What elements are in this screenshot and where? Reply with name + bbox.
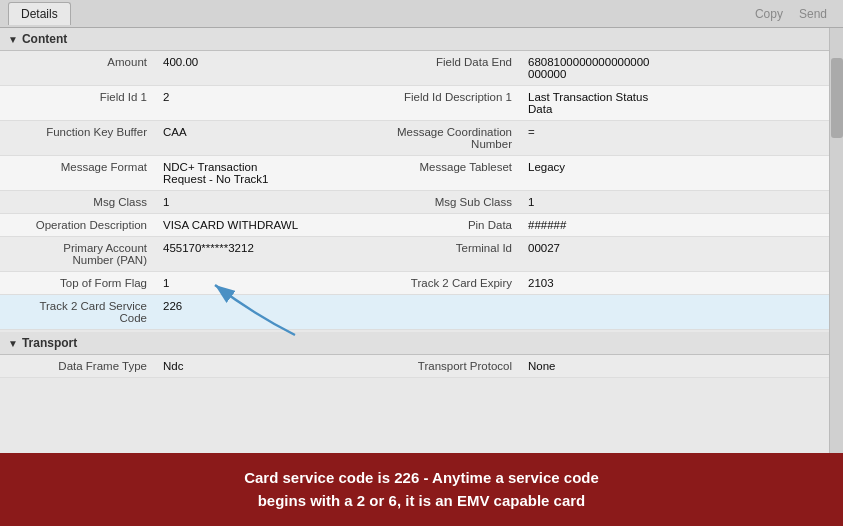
field-id-desc1-label: Field Id Description 1 (355, 86, 520, 120)
empty-right-value (520, 295, 720, 329)
function-key-buffer-value: CAA (155, 121, 355, 155)
top-form-flag-label: Top of Form Flag (0, 272, 155, 294)
msg-coord-number-label: Message CoordinationNumber (355, 121, 520, 155)
top-form-flag-value: 1 (155, 272, 355, 294)
pan-label: Primary AccountNumber (PAN) (0, 237, 155, 271)
table-row: Data Frame Type Ndc Transport Protocol N… (0, 355, 829, 378)
table-row: Amount 400.00 Field Data End 68081000000… (0, 51, 829, 86)
msg-sub-class-value: 1 (520, 191, 720, 213)
copy-button[interactable]: Copy (755, 7, 783, 21)
tab-actions: Copy Send (755, 7, 835, 21)
field-data-end-label: Field Data End (355, 51, 520, 85)
table-row: Message Format NDC+ TransactionRequest -… (0, 156, 829, 191)
transport-arrow-icon: ▼ (8, 338, 18, 349)
pin-data-label: Pin Data (355, 214, 520, 236)
operation-desc-label: Operation Description (0, 214, 155, 236)
field-data-end-value: 6808100000000000000000000 (520, 51, 720, 85)
transport-section-label: Transport (22, 336, 77, 350)
data-frame-type-value: Ndc (155, 355, 355, 377)
function-key-buffer-label: Function Key Buffer (0, 121, 155, 155)
message-tableset-label: Message Tableset (355, 156, 520, 190)
message-format-label: Message Format (0, 156, 155, 190)
table-row: Operation Description VISA CARD WITHDRAW… (0, 214, 829, 237)
track2-service-code-value: 226 (155, 295, 355, 329)
amount-value: 400.00 (155, 51, 355, 85)
msg-class-label: Msg Class (0, 191, 155, 213)
transport-section-header[interactable]: ▼ Transport (0, 332, 829, 355)
banner-line1: Card service code is 226 - Anytime a ser… (20, 467, 823, 490)
data-frame-type-label: Data Frame Type (0, 355, 155, 377)
transport-protocol-value: None (520, 355, 720, 377)
terminal-id-value: 00027 (520, 237, 720, 271)
tab-bar: Details Copy Send (0, 0, 843, 28)
amount-label: Amount (0, 51, 155, 85)
table-row: Function Key Buffer CAA Message Coordina… (0, 121, 829, 156)
operation-desc-value: VISA CARD WITHDRAWL (155, 214, 355, 236)
message-tableset-value: Legacy (520, 156, 720, 190)
details-tab[interactable]: Details (8, 2, 71, 25)
main-window: Details Copy Send ▼ Content Amount 400. (0, 0, 843, 526)
field-id-desc1-value: Last Transaction StatusData (520, 86, 720, 120)
field-id1-value: 2 (155, 86, 355, 120)
table-row-highlighted: Track 2 Card ServiceCode 226 (0, 295, 829, 330)
track2-expiry-label: Track 2 Card Expiry (355, 272, 520, 294)
content-grid: Amount 400.00 Field Data End 68081000000… (0, 51, 829, 330)
field-id1-label: Field Id 1 (0, 86, 155, 120)
table-row: Field Id 1 2 Field Id Description 1 Last… (0, 86, 829, 121)
pin-data-value: ###### (520, 214, 720, 236)
terminal-id-label: Terminal Id (355, 237, 520, 271)
table-row: Msg Class 1 Msg Sub Class 1 (0, 191, 829, 214)
transport-grid: Data Frame Type Ndc Transport Protocol N… (0, 355, 829, 378)
empty-right-label (355, 295, 520, 329)
track2-service-code-label: Track 2 Card ServiceCode (0, 295, 155, 329)
details-tab-label: Details (21, 7, 58, 21)
pan-value: 455170******3212 (155, 237, 355, 271)
table-row: Primary AccountNumber (PAN) 455170******… (0, 237, 829, 272)
table-row: Top of Form Flag 1 Track 2 Card Expiry 2… (0, 272, 829, 295)
scrollbar[interactable] (829, 28, 843, 453)
send-button[interactable]: Send (799, 7, 827, 21)
track2-expiry-value: 2103 (520, 272, 720, 294)
content-section-header[interactable]: ▼ Content (0, 28, 829, 51)
msg-sub-class-label: Msg Sub Class (355, 191, 520, 213)
bottom-banner: Card service code is 226 - Anytime a ser… (0, 453, 843, 526)
transport-protocol-label: Transport Protocol (355, 355, 520, 377)
content-area[interactable]: ▼ Content Amount 400.00 Field Data End 6… (0, 28, 843, 453)
banner-line2: begins with a 2 or 6, it is an EMV capab… (20, 490, 823, 513)
msg-coord-number-value: = (520, 121, 720, 155)
msg-class-value: 1 (155, 191, 355, 213)
message-format-value: NDC+ TransactionRequest - No Track1 (155, 156, 355, 190)
content-arrow-icon: ▼ (8, 34, 18, 45)
content-section-label: Content (22, 32, 67, 46)
